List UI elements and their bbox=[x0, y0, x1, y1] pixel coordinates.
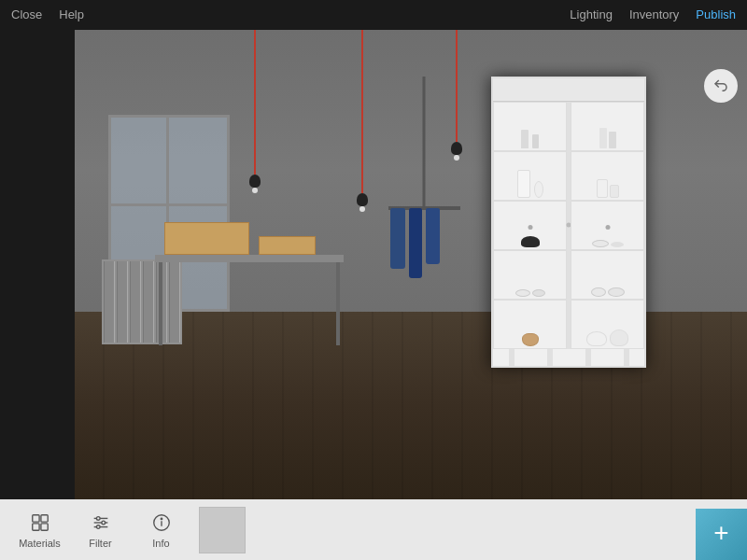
topbar-right: Lighting Inventory Publish bbox=[570, 0, 736, 30]
pendant-bulb-2 bbox=[357, 193, 368, 206]
svg-rect-2 bbox=[32, 523, 38, 529]
color-swatch[interactable] bbox=[199, 507, 246, 553]
filter-tool[interactable]: Filter bbox=[70, 504, 131, 555]
table-leg-right bbox=[336, 262, 340, 345]
info-label: Info bbox=[152, 538, 169, 549]
room-scene bbox=[75, 30, 747, 499]
shelf-r4 bbox=[571, 251, 643, 301]
inventory-nav-item[interactable]: Inventory bbox=[629, 0, 679, 30]
shelf-1 bbox=[494, 103, 566, 152]
info-tool[interactable]: Info bbox=[131, 504, 191, 555]
filter-icon bbox=[90, 511, 112, 534]
filter-label: Filter bbox=[89, 538, 111, 549]
coat-1 bbox=[390, 208, 405, 269]
rack-vertical bbox=[423, 77, 426, 205]
publish-nav-item[interactable]: Publish bbox=[696, 0, 736, 30]
shelf-r1 bbox=[571, 103, 643, 152]
bottom-toolbar: Materials Filter Info bbox=[0, 499, 747, 560]
shelf-4 bbox=[494, 251, 566, 301]
top-navigation: Close Help Lighting Inventory Publish bbox=[0, 0, 747, 30]
hanging-coats bbox=[390, 208, 440, 278]
pendant-cord-1 bbox=[254, 30, 256, 175]
pendant-cord-2 bbox=[361, 30, 363, 193]
main-canvas[interactable] bbox=[75, 30, 747, 499]
share-icon bbox=[712, 77, 729, 94]
cabinet-left-door bbox=[493, 102, 567, 349]
help-button[interactable]: Help bbox=[59, 0, 84, 30]
shelf-2 bbox=[494, 152, 566, 202]
svg-point-9 bbox=[96, 525, 100, 528]
left-panel bbox=[0, 30, 75, 499]
pendant-bulb-1 bbox=[249, 175, 261, 188]
clothes-rack bbox=[384, 77, 464, 312]
shelf-3 bbox=[494, 202, 566, 251]
cabinet-right-door bbox=[571, 102, 644, 349]
shelf-r2 bbox=[571, 152, 643, 202]
table bbox=[155, 255, 344, 358]
svg-point-8 bbox=[101, 521, 105, 525]
cabinet-shelves-right bbox=[571, 103, 643, 348]
cabinet-crown bbox=[493, 78, 644, 102]
svg-rect-0 bbox=[32, 514, 38, 521]
box-1 bbox=[164, 222, 249, 255]
shelf-5 bbox=[494, 301, 566, 348]
svg-rect-1 bbox=[40, 514, 47, 521]
shelf-r3 bbox=[571, 202, 643, 251]
topbar-left: Close Help bbox=[11, 0, 84, 30]
pendant-light-1 bbox=[249, 30, 261, 188]
pendant-light-2 bbox=[357, 30, 368, 206]
cabinet-shelves-left bbox=[494, 103, 566, 348]
coat-3 bbox=[426, 208, 440, 264]
materials-label: Materials bbox=[19, 538, 61, 549]
coat-2 bbox=[409, 208, 422, 278]
svg-rect-3 bbox=[40, 523, 47, 529]
shelf-r5 bbox=[571, 301, 643, 348]
materials-icon bbox=[29, 511, 51, 534]
table-top bbox=[155, 255, 344, 262]
table-leg-left bbox=[159, 262, 162, 345]
svg-point-12 bbox=[161, 518, 162, 519]
box-2 bbox=[259, 236, 315, 255]
materials-tool[interactable]: Materials bbox=[9, 504, 70, 555]
cabinet-body bbox=[493, 102, 644, 349]
display-cabinet bbox=[491, 77, 646, 368]
lighting-nav-item[interactable]: Lighting bbox=[570, 0, 613, 30]
add-button[interactable]: + bbox=[696, 509, 747, 560]
close-button[interactable]: Close bbox=[11, 0, 42, 30]
share-button[interactable] bbox=[704, 69, 738, 103]
svg-point-7 bbox=[96, 516, 100, 520]
info-icon bbox=[150, 511, 173, 534]
plus-icon: + bbox=[713, 520, 728, 546]
cabinet-legs bbox=[493, 349, 644, 366]
